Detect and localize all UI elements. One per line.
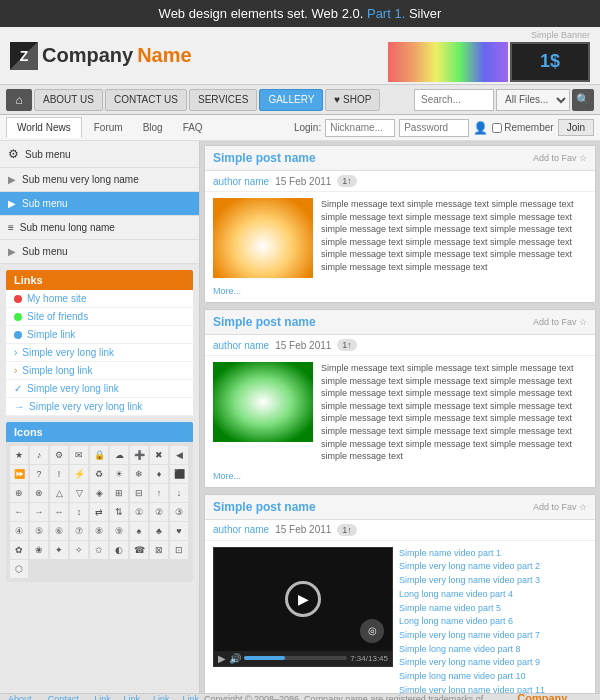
link-0[interactable]: My home site <box>6 290 193 308</box>
icon-21[interactable]: ▽ <box>70 484 88 502</box>
banner-price[interactable]: 1$ <box>510 42 590 82</box>
icon-53[interactable]: ⊡ <box>170 541 188 559</box>
icon-41[interactable]: ⑨ <box>110 522 128 540</box>
video-item-0[interactable]: Simple name video part 1 <box>399 547 587 561</box>
search-select[interactable]: All Files... <box>496 89 570 111</box>
icon-46[interactable]: ❀ <box>30 541 48 559</box>
tab-world-news[interactable]: World News <box>6 117 82 138</box>
icon-36[interactable]: ④ <box>10 522 28 540</box>
video-item-8[interactable]: Simple very long name video part 9 <box>399 656 587 670</box>
link-1[interactable]: Site of friends <box>6 308 193 326</box>
footer-about[interactable]: About us <box>8 694 40 701</box>
password-input[interactable] <box>399 119 469 137</box>
icon-25[interactable]: ↑ <box>150 484 168 502</box>
icon-1[interactable]: ♪ <box>30 446 48 464</box>
icon-44[interactable]: ♥ <box>170 522 188 540</box>
icon-31[interactable]: ⇄ <box>90 503 108 521</box>
footer-contact[interactable]: Contact us <box>48 694 86 701</box>
link-6[interactable]: → Simple very very long link <box>6 398 193 416</box>
sidebar-item-2[interactable]: ▶ Sub menu <box>0 192 199 216</box>
icon-30[interactable]: ↕ <box>70 503 88 521</box>
likes-0[interactable]: 1↑ <box>337 175 357 187</box>
icon-33[interactable]: ① <box>130 503 148 521</box>
icon-52[interactable]: ⊠ <box>150 541 168 559</box>
icon-27[interactable]: ← <box>10 503 28 521</box>
footer-link2[interactable]: Link 2 <box>124 694 145 701</box>
video-item-1[interactable]: Simple very long name video part 2 <box>399 560 587 574</box>
icon-12[interactable]: ⚡ <box>70 465 88 483</box>
icon-34[interactable]: ② <box>150 503 168 521</box>
sidebar-item-3[interactable]: ≡ Sub menu long name <box>0 216 199 240</box>
icon-29[interactable]: ↔ <box>50 503 68 521</box>
icon-4[interactable]: 🔒 <box>90 446 108 464</box>
remember-checkbox[interactable] <box>492 123 502 133</box>
icon-49[interactable]: ✩ <box>90 541 108 559</box>
icon-2[interactable]: ⚙ <box>50 446 68 464</box>
icon-6[interactable]: ➕ <box>130 446 148 464</box>
author-2[interactable]: author name <box>213 524 269 535</box>
icon-43[interactable]: ♣ <box>150 522 168 540</box>
icon-28[interactable]: → <box>30 503 48 521</box>
nav-about[interactable]: ABOUT US <box>34 89 103 111</box>
video-item-6[interactable]: Simple very long name video part 7 <box>399 629 587 643</box>
icon-40[interactable]: ⑧ <box>90 522 108 540</box>
icon-18[interactable]: ⊕ <box>10 484 28 502</box>
nav-gallery[interactable]: GALLERY <box>259 89 323 111</box>
icon-47[interactable]: ✦ <box>50 541 68 559</box>
icon-9[interactable]: ⏩ <box>10 465 28 483</box>
icon-15[interactable]: ❄ <box>130 465 148 483</box>
nav-shop[interactable]: ♥ SHOP <box>325 89 380 111</box>
tab-blog[interactable]: Blog <box>135 122 171 133</box>
link-4[interactable]: › Simple long link <box>6 362 193 380</box>
link-3[interactable]: › Simple very long link <box>6 344 193 362</box>
video-item-7[interactable]: Simple long name video part 8 <box>399 643 587 657</box>
sidebar-item-1[interactable]: ▶ Sub menu very long name <box>0 168 199 192</box>
nav-services[interactable]: SERVICES <box>189 89 257 111</box>
video-item-2[interactable]: Simple very long name video part 3 <box>399 574 587 588</box>
icon-24[interactable]: ⊟ <box>130 484 148 502</box>
join-button[interactable]: Join <box>558 119 594 136</box>
icon-19[interactable]: ⊗ <box>30 484 48 502</box>
progress-bar[interactable] <box>244 656 347 660</box>
search-input[interactable] <box>414 89 494 111</box>
icon-38[interactable]: ⑥ <box>50 522 68 540</box>
icon-0[interactable]: ★ <box>10 446 28 464</box>
play-control[interactable]: ▶ <box>218 653 226 664</box>
icon-50[interactable]: ◐ <box>110 541 128 559</box>
more-link-1[interactable]: More... <box>205 469 595 487</box>
video-item-3[interactable]: Long long name video part 4 <box>399 588 587 602</box>
tab-faq[interactable]: FAQ <box>175 122 211 133</box>
add-fav-1[interactable]: Add to Fav ☆ <box>533 317 587 327</box>
sidebar-item-0[interactable]: ⚙ Sub menu <box>0 141 199 168</box>
nickname-input[interactable] <box>325 119 395 137</box>
icon-17[interactable]: ⬛ <box>170 465 188 483</box>
icon-45[interactable]: ✿ <box>10 541 28 559</box>
link-5[interactable]: ✓ Simple very long link <box>6 380 193 398</box>
footer-link3[interactable]: Link 3 <box>153 694 174 701</box>
tab-forum[interactable]: Forum <box>86 122 131 133</box>
icon-5[interactable]: ☁ <box>110 446 128 464</box>
icon-20[interactable]: △ <box>50 484 68 502</box>
link-2[interactable]: Simple link <box>6 326 193 344</box>
icon-42[interactable]: ♠ <box>130 522 148 540</box>
icon-10[interactable]: ? <box>30 465 48 483</box>
icon-13[interactable]: ♻ <box>90 465 108 483</box>
icon-7[interactable]: ✖ <box>150 446 168 464</box>
likes-2[interactable]: 1↑ <box>337 524 357 536</box>
author-0[interactable]: author name <box>213 176 269 187</box>
icon-39[interactable]: ⑦ <box>70 522 88 540</box>
play-button[interactable]: ▶ <box>285 581 321 617</box>
video-item-5[interactable]: Long long name video part 6 <box>399 615 587 629</box>
icon-32[interactable]: ⇅ <box>110 503 128 521</box>
footer-link4[interactable]: Link 4 <box>182 694 203 701</box>
icon-3[interactable]: ✉ <box>70 446 88 464</box>
more-link-0[interactable]: More... <box>205 284 595 302</box>
author-1[interactable]: author name <box>213 340 269 351</box>
sidebar-item-4[interactable]: ▶ Sub menu <box>0 240 199 264</box>
icon-48[interactable]: ✧ <box>70 541 88 559</box>
icon-14[interactable]: ☀ <box>110 465 128 483</box>
icon-35[interactable]: ③ <box>170 503 188 521</box>
icon-8[interactable]: ◀ <box>170 446 188 464</box>
likes-1[interactable]: 1↑ <box>337 339 357 351</box>
footer-link1[interactable]: Link 1 <box>94 694 115 701</box>
